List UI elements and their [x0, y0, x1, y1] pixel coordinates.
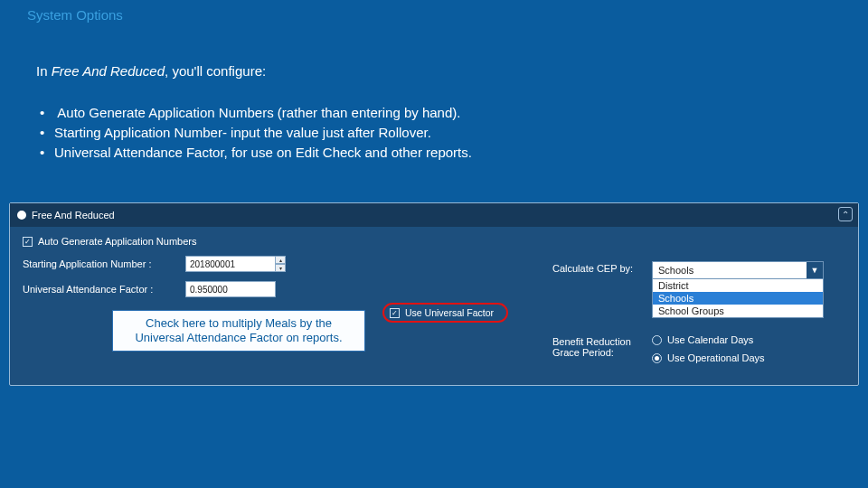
- grace-calendar-label: Use Calendar Days: [667, 334, 753, 345]
- use-universal-factor-checkbox[interactable]: [390, 308, 400, 318]
- free-and-reduced-panel: Free And Reduced ⌃ Auto Generate Applica…: [9, 202, 859, 386]
- collapse-icon[interactable]: ⌃: [838, 207, 853, 221]
- use-universal-factor-label: Use Universal Factor: [405, 307, 494, 318]
- bullet-3: Universal Attendance Factor, for use on …: [36, 143, 472, 163]
- grace-period-label: Benefit Reduction Grace Period:: [552, 334, 652, 358]
- panel-header-title: Free And Reduced: [32, 210, 115, 221]
- panel-left-column: Auto Generate Application Numbers Starti…: [23, 236, 529, 306]
- uaf-input[interactable]: 0.950000: [185, 281, 276, 297]
- grace-calendar-row: Use Calendar Days: [652, 334, 765, 345]
- intro-suffix: , you'll configure:: [165, 63, 266, 79]
- intro-italic: Free And Reduced: [52, 63, 165, 79]
- calc-option-schools[interactable]: Schools: [653, 292, 823, 305]
- panel-body: Auto Generate Application Numbers Starti…: [10, 227, 858, 385]
- panel-header[interactable]: Free And Reduced ⌃: [10, 203, 858, 227]
- calc-option-district[interactable]: District: [653, 279, 823, 292]
- callout-text: Check here to multiply Meals by the Univ…: [122, 316, 355, 346]
- grace-calendar-radio[interactable]: [652, 335, 662, 345]
- grace-operational-row: Use Operational Days: [652, 352, 765, 363]
- grace-operational-label: Use Operational Days: [667, 352, 765, 363]
- bullet-3-italic: Universal Attendance Factor: [54, 145, 224, 160]
- use-universal-factor-highlight: Use Universal Factor: [382, 303, 508, 323]
- bullet-1-italic: Auto Generate Application Numbers: [57, 105, 273, 120]
- uaf-row: Universal Attendance Factor : 0.950000: [23, 281, 529, 297]
- starting-number-stepper[interactable]: ▴ ▾: [275, 256, 286, 272]
- grace-period-options: Use Calendar Days Use Operational Days: [652, 334, 765, 371]
- step-down-icon[interactable]: ▾: [275, 264, 286, 272]
- intro-prefix: In: [36, 63, 52, 79]
- bullet-2: Starting Application Number- input the v…: [36, 123, 472, 143]
- starting-number-input[interactable]: 201800001: [185, 256, 276, 272]
- callout-box: Check here to multiply Meals by the Univ…: [112, 310, 365, 352]
- calc-cep-row: Calculate CEP by: Schools ▼ District Sch…: [552, 261, 842, 318]
- starting-number-row: Starting Application Number : 201800001 …: [23, 256, 529, 272]
- bullet-list: Auto Generate Application Numbers (rathe…: [36, 103, 472, 162]
- step-up-icon[interactable]: ▴: [275, 256, 286, 264]
- calc-cep-selected[interactable]: Schools ▼: [653, 262, 823, 278]
- panel-header-radio-icon: [17, 211, 26, 220]
- bullet-3-rest: , for use on Edit Check and other report…: [224, 145, 472, 160]
- intro-text: In Free And Reduced, you'll configure:: [36, 63, 266, 79]
- calc-cep-options: District Schools School Groups: [653, 278, 823, 317]
- starting-number-label: Starting Application Number :: [23, 258, 185, 269]
- bullet-1-rest: (rather than entering by hand).: [274, 105, 461, 120]
- auto-generate-row: Auto Generate Application Numbers: [23, 236, 529, 247]
- slide-title: System Options: [27, 7, 123, 23]
- uaf-label: Universal Attendance Factor :: [23, 284, 185, 295]
- calc-option-school-groups[interactable]: School Groups: [653, 305, 823, 317]
- chevron-down-icon: ▼: [807, 262, 823, 278]
- calc-cep-select[interactable]: Schools ▼ District Schools School Groups: [652, 261, 824, 318]
- grace-period-row: Benefit Reduction Grace Period: Use Cale…: [552, 334, 842, 371]
- panel-right-column: Calculate CEP by: Schools ▼ District Sch…: [552, 261, 842, 387]
- auto-generate-checkbox[interactable]: [23, 237, 33, 247]
- auto-generate-label: Auto Generate Application Numbers: [38, 236, 197, 247]
- bullet-1: Auto Generate Application Numbers (rathe…: [36, 103, 472, 123]
- bullet-2-rest: - input the value just after Rollover.: [222, 125, 431, 140]
- calc-cep-label: Calculate CEP by:: [552, 261, 652, 274]
- calc-cep-selected-text: Schools: [658, 265, 693, 276]
- grace-operational-radio[interactable]: [652, 353, 662, 363]
- bullet-2-italic: Starting Application Number: [54, 125, 222, 140]
